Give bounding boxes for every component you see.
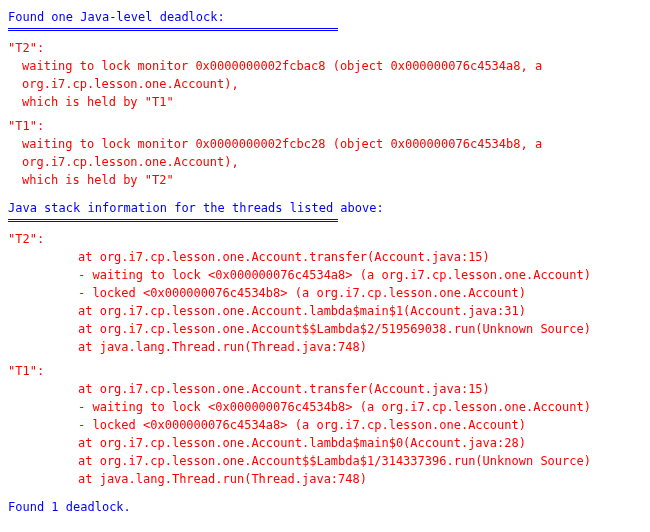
- thread-t2-heldby: which is held by "T1": [8, 93, 650, 111]
- stack-t1-label: "T1":: [8, 362, 650, 380]
- stack-line: at org.i7.cp.lesson.one.Account.lambda$m…: [8, 302, 650, 320]
- deadlock-header-section: Found one Java-level deadlock: "T2": wai…: [8, 8, 650, 189]
- thread-t1-heldby: which is held by "T2": [8, 171, 650, 189]
- thread-t2-waiting: waiting to lock monitor 0x0000000002fcba…: [8, 57, 650, 93]
- stack-line: - locked <0x000000076c4534b8> (a org.i7.…: [8, 284, 650, 302]
- stack-line: at java.lang.Thread.run(Thread.java:748): [8, 470, 650, 488]
- deadlock-title: Found one Java-level deadlock:: [8, 8, 650, 26]
- stack-line: - locked <0x000000076c4534a8> (a org.i7.…: [8, 416, 650, 434]
- deadlock-footer: Found 1 deadlock.: [8, 498, 650, 516]
- stack-section: Java stack information for the threads l…: [8, 199, 650, 488]
- stack-line: at org.i7.cp.lesson.one.Account.lambda$m…: [8, 434, 650, 452]
- stack-header: Java stack information for the threads l…: [8, 199, 650, 217]
- stack-line: - waiting to lock <0x000000076c4534b8> (…: [8, 398, 650, 416]
- thread-t1-waiting: waiting to lock monitor 0x0000000002fcbc…: [8, 135, 650, 171]
- stack-line: at org.i7.cp.lesson.one.Account$$Lambda$…: [8, 320, 650, 338]
- stack-line: at java.lang.Thread.run(Thread.java:748): [8, 338, 650, 356]
- thread-t2-label: "T2":: [8, 39, 650, 57]
- divider: [8, 219, 338, 222]
- stack-line: at org.i7.cp.lesson.one.Account$$Lambda$…: [8, 452, 650, 470]
- stack-line: - waiting to lock <0x000000076c4534a8> (…: [8, 266, 650, 284]
- thread-t1-label: "T1":: [8, 117, 650, 135]
- stack-line: at org.i7.cp.lesson.one.Account.transfer…: [8, 380, 650, 398]
- stack-line: at org.i7.cp.lesson.one.Account.transfer…: [8, 248, 650, 266]
- stack-t2-label: "T2":: [8, 230, 650, 248]
- divider: [8, 28, 338, 31]
